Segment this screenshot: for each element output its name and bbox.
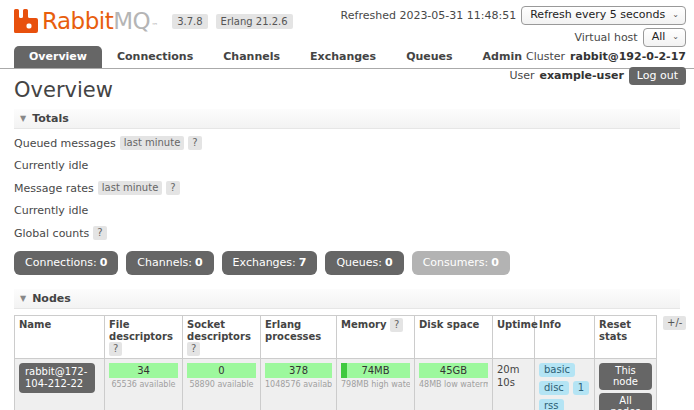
reset-this-node-button[interactable]: This node [599,363,652,390]
brand-rabbit-text: Rabbit [42,8,113,34]
trademark-symbol: ™ [151,22,158,30]
disk-space-bar: 45GB [419,363,488,378]
help-icon[interactable]: ? [93,226,106,240]
channels-count-badge: Channels:0 [126,251,213,275]
uptime-cell: 20m 10s [493,359,535,410]
col-name: Name [15,316,105,359]
collapse-arrow-icon: ▼ [20,294,26,303]
socket-descriptors-cell: 0 58890 available [183,359,261,410]
info-badge-rss: rss [539,399,564,410]
chevron-down-icon: ⌄ [672,8,679,22]
queued-messages-label: Queued messages [14,137,116,150]
node-name-cell: rabbit@172-104-212-22 [15,359,105,410]
info-cell: basic disc 1 rss [535,359,595,410]
main-nav-tabs: Overview Connections Channels Exchanges … [14,46,537,68]
tab-overview[interactable]: Overview [14,46,102,68]
queued-window-badge[interactable]: last minute [120,136,184,150]
consumers-count-badge: Consumers:0 [412,251,510,275]
section-totals[interactable]: ▼ Totals [14,109,680,129]
global-counts-row: Global counts ? [14,226,680,240]
socket-descriptors-bar: 0 [187,363,256,378]
erlang-processes-bar: 378 [265,363,332,378]
rates-idle-text: Currently idle [14,204,680,217]
disk-space-detail: 48MB low watermark [419,380,488,389]
info-badge-1: 1 [573,381,589,395]
rabbitmq-logo-icon [14,9,38,33]
col-info: Info [535,316,595,359]
cluster-name: rabbit@192-0-2-17 [570,50,686,64]
top-header: RabbitMQ™ 3.7.8 Erlang 21.2.6 Refreshed … [0,0,694,69]
rates-window-badge[interactable]: last minute [98,181,162,195]
help-icon[interactable]: ? [390,318,403,332]
disk-space-cell: 45GB 48MB low watermark [415,359,493,410]
col-erlang-processes: Erlang processes [261,316,337,359]
node-row: rabbit@172-104-212-22 34 65536 available… [15,359,657,410]
brand-mq-text: MQ [113,8,150,34]
file-descriptors-detail: 65536 available [109,380,178,389]
message-rates-row: Message rates last minute ? [14,181,680,195]
help-icon[interactable]: ? [166,181,179,195]
col-uptime: Uptime [493,316,535,359]
help-icon[interactable]: ? [187,342,200,356]
info-badge-disc: disc [539,381,569,395]
reset-all-nodes-button[interactable]: All nodes [599,393,652,410]
info-badge-basic: basic [539,363,575,377]
global-counts-label: Global counts [14,227,89,240]
refresh-interval-select[interactable]: Refresh every 5 seconds ⌄ [521,6,686,25]
tab-admin[interactable]: Admin [468,46,537,68]
section-nodes[interactable]: ▼ Nodes [14,289,680,309]
collapse-arrow-icon: ▼ [20,114,26,123]
reset-stats-cell: This node All nodes [595,359,657,410]
erlang-processes-cell: 378 1048576 available [261,359,337,410]
tab-channels[interactable]: Channels [208,46,295,68]
col-socket-descriptors: Socket descriptors ? [183,316,261,359]
refreshed-timestamp: Refreshed 2023-05-31 11:48:51 [341,9,517,23]
exchanges-count-badge: Exchanges:7 [222,251,318,275]
column-selector-button[interactable]: +/- [663,316,686,330]
col-file-descriptors: File descriptors ? [105,316,183,359]
message-rates-label: Message rates [14,182,94,195]
queues-count-badge: Queues:0 [325,251,403,275]
memory-used-segment [341,363,347,378]
queued-idle-text: Currently idle [14,159,680,172]
queued-messages-row: Queued messages last minute ? [14,136,680,150]
node-name-badge: rabbit@172-104-212-22 [19,363,95,393]
col-disk-space: Disk space [415,316,493,359]
memory-cell: 74MB 798MB high watermark [337,359,415,410]
memory-bar: 74MB [341,363,410,378]
tab-connections[interactable]: Connections [102,46,208,68]
col-memory: Memory ? [337,316,415,359]
global-counts-badges: Connections:0 Channels:0 Exchanges:7 Que… [14,251,680,275]
socket-descriptors-detail: 58890 available [187,380,256,389]
user-name: example-user [539,69,623,83]
user-label: User [509,69,534,83]
memory-detail: 798MB high watermark [341,380,410,389]
log-out-button[interactable]: Log out [629,67,686,85]
erlang-processes-detail: 1048576 available [265,380,332,389]
connections-count-badge: Connections:0 [14,251,118,275]
nodes-table-wrap: Name File descriptors ? Socket descripto… [14,315,680,410]
rabbitmq-logo[interactable]: RabbitMQ™ 3.7.8 Erlang 21.2.6 [14,8,293,34]
rabbitmq-overview-page: RabbitMQ™ 3.7.8 Erlang 21.2.6 Refreshed … [0,0,694,410]
virtual-host-select[interactable]: All ⌄ [643,28,686,47]
virtual-host-label: Virtual host [574,31,637,45]
erlang-version-badge: Erlang 21.2.6 [216,14,293,29]
chevron-down-icon: ⌄ [672,30,679,44]
file-descriptors-cell: 34 65536 available [105,359,183,410]
nodes-table: Name File descriptors ? Socket descripto… [14,315,657,410]
help-icon[interactable]: ? [188,136,201,150]
help-icon[interactable]: ? [109,342,122,356]
main-content: Overview ▼ Totals Queued messages last m… [0,69,694,410]
tab-exchanges[interactable]: Exchanges [295,46,391,68]
col-reset-stats: Reset stats [595,316,657,359]
nodes-header-row: Name File descriptors ? Socket descripto… [15,316,657,359]
file-descriptors-bar: 34 [109,363,178,378]
rabbitmq-version-badge: 3.7.8 [172,14,207,29]
tab-queues[interactable]: Queues [391,46,467,68]
